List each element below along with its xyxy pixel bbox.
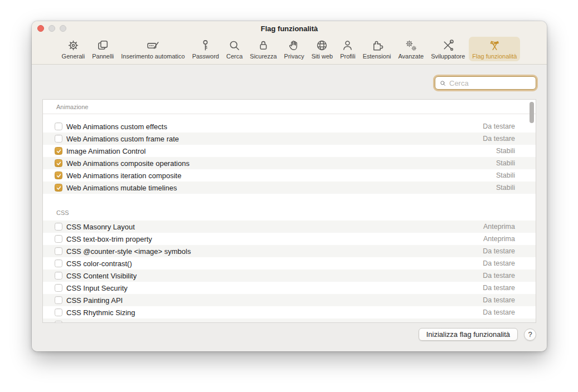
section-header: Animazione xyxy=(43,100,536,114)
flags-icon xyxy=(488,38,502,52)
feature-status: Stabili xyxy=(496,171,515,179)
feature-checkbox[interactable] xyxy=(55,284,62,292)
feature-label: CSS Input Security xyxy=(66,284,483,292)
feature-checkbox[interactable] xyxy=(55,272,62,280)
feature-label: Web Animations custom effects xyxy=(66,122,483,131)
feature-checkbox[interactable] xyxy=(55,321,62,323)
toolbar-item[interactable]: Flag funzionalità xyxy=(469,37,520,61)
zoom-button[interactable] xyxy=(60,25,66,32)
scrollbar-thumb[interactable] xyxy=(530,102,534,123)
minimize-button[interactable] xyxy=(48,25,55,32)
feature-row: CSS @counter-style <image> symbols Da te… xyxy=(43,245,536,257)
toolbar-item-label: Sviluppatore xyxy=(431,53,465,60)
toolbar-item[interactable]: Generali xyxy=(59,37,89,61)
toolbar-item[interactable]: Avanzate xyxy=(395,37,427,61)
tools-icon xyxy=(441,38,455,52)
feature-row: CSS color-contrast() Da testare xyxy=(43,257,536,270)
feature-row: Image Animation Control Stabili xyxy=(43,145,536,157)
feature-row: Web Animations custom effects Da testare xyxy=(43,120,536,133)
key-icon xyxy=(198,38,212,52)
toolbar-item-label: Pannelli xyxy=(92,53,114,60)
toolbar-item[interactable]: Cerca xyxy=(223,37,246,61)
feature-status: Anteprima xyxy=(483,223,515,231)
toolbar-item[interactable]: Estensioni xyxy=(360,37,395,61)
feature-checkbox[interactable] xyxy=(55,247,62,255)
titlebar: Flag funzionalità xyxy=(32,21,547,36)
gear-icon xyxy=(66,38,80,52)
checkmark-icon xyxy=(56,173,62,179)
feature-checkbox[interactable] xyxy=(55,147,62,155)
feature-label: Web Animations mutable timelines xyxy=(66,184,496,192)
feature-checkbox[interactable] xyxy=(55,259,62,267)
feature-row: Web Animations iteration composite Stabi… xyxy=(43,169,536,182)
feature-row: Web Animations custom frame rate Da test… xyxy=(43,133,536,145)
feature-label: Web Animations iteration composite xyxy=(66,171,496,180)
toolbar-item[interactable]: Inserimento automatico xyxy=(118,37,188,61)
preferences-window: Flag funzionalità Generali Pannelli Inse… xyxy=(32,21,547,351)
help-button[interactable]: ? xyxy=(524,329,536,341)
feature-label: Image Animation Control xyxy=(66,147,496,155)
feature-label: Web Animations custom frame rate xyxy=(66,135,483,143)
feature-row: Web Animations mutable timelines Stabili xyxy=(43,182,536,194)
toolbar-item[interactable]: Privacy xyxy=(281,37,308,61)
toolbar-item-label: Avanzate xyxy=(398,53,424,60)
feature-status: Da testare xyxy=(483,247,515,255)
traffic-lights xyxy=(37,25,66,32)
toolbar-item-label: Profili xyxy=(340,53,356,60)
search-icon xyxy=(439,80,446,87)
toolbar-item-label: Password xyxy=(192,53,219,60)
feature-label: CSS text-box-trim property xyxy=(66,235,483,243)
search-input[interactable] xyxy=(449,79,532,87)
feature-row xyxy=(43,318,536,323)
feature-checkbox[interactable] xyxy=(55,135,62,143)
feature-checkbox[interactable] xyxy=(55,184,62,192)
feature-row: CSS Rhythmic Sizing Da testare xyxy=(43,306,536,318)
feature-section: CSS CSS Masonry Layout Anteprima CSS tex… xyxy=(43,194,536,323)
section-title: CSS xyxy=(56,209,69,216)
window-chrome: Flag funzionalità Generali Pannelli Inse… xyxy=(32,21,547,65)
section-rows: Web Animations custom effects Da testare… xyxy=(43,114,536,194)
feature-checkbox[interactable] xyxy=(55,122,62,130)
toolbar-item-label: Estensioni xyxy=(363,53,391,60)
feature-status: Stabili xyxy=(496,147,515,155)
search-field[interactable] xyxy=(435,76,536,90)
close-button[interactable] xyxy=(37,25,44,32)
toolbar-item-label: Flag funzionalità xyxy=(472,53,517,60)
feature-checkbox[interactable] xyxy=(55,171,62,179)
toolbar-item[interactable]: Sicurezza xyxy=(246,37,280,61)
feature-status: Anteprima xyxy=(483,235,515,243)
toolbar-item[interactable]: Profili xyxy=(337,37,359,61)
feature-checkbox[interactable] xyxy=(55,296,62,304)
feature-checkbox[interactable] xyxy=(55,223,62,231)
section-rows: CSS Masonry Layout Anteprima CSS text-bo… xyxy=(43,220,536,323)
feature-label: CSS @counter-style <image> symbols xyxy=(66,247,483,256)
feature-row: CSS Masonry Layout Anteprima xyxy=(43,220,536,233)
section-header: CSS xyxy=(43,194,536,220)
feature-checkbox[interactable] xyxy=(55,159,62,167)
toolbar-item-label: Privacy xyxy=(284,53,304,60)
feature-status: Da testare xyxy=(483,296,515,304)
feature-status: Stabili xyxy=(496,159,515,167)
feature-row: CSS text-box-trim property Anteprima xyxy=(43,233,536,245)
feature-row: CSS Input Security Da testare xyxy=(43,282,536,294)
feature-row: CSS Content Visibility Da testare xyxy=(43,270,536,282)
feature-status: Da testare xyxy=(483,272,515,280)
feature-checkbox[interactable] xyxy=(55,235,62,243)
feature-label: CSS Content Visibility xyxy=(66,272,483,280)
toolbar-item[interactable]: Siti web xyxy=(308,37,337,61)
toolbar-item[interactable]: Pannelli xyxy=(89,37,117,61)
feature-list: Animazione Web Animations custom effects… xyxy=(42,99,536,323)
lock-icon xyxy=(256,38,270,52)
reset-flags-button[interactable]: Inizializza flag funzionalità xyxy=(419,328,518,341)
toolbar-item-label: Inserimento automatico xyxy=(121,53,184,60)
feature-label: CSS Painting API xyxy=(66,296,483,305)
autofill-icon xyxy=(146,38,160,52)
feature-checkbox[interactable] xyxy=(55,308,62,316)
toolbar-item[interactable]: Password xyxy=(189,37,222,61)
toolbar-item[interactable]: Sviluppatore xyxy=(428,37,468,61)
content-area: Animazione Web Animations custom effects… xyxy=(32,65,547,351)
toolbar: Generali Pannelli Inserimento automatico… xyxy=(32,36,547,61)
feature-label: CSS Rhythmic Sizing xyxy=(66,308,483,317)
gears-icon xyxy=(404,38,418,52)
checkmark-icon xyxy=(56,185,62,191)
